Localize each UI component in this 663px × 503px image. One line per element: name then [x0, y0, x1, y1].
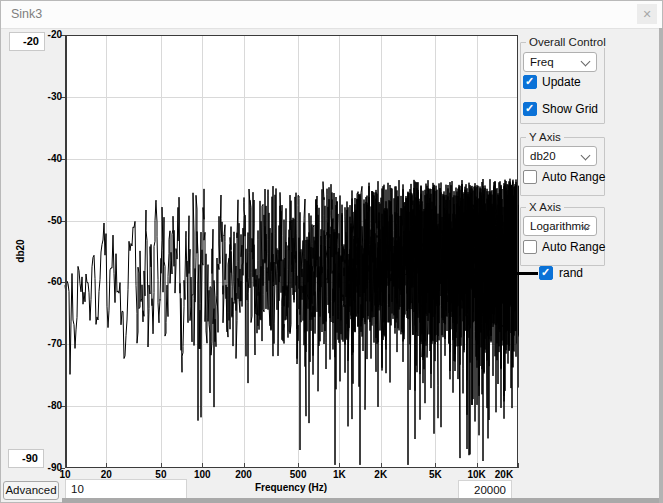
y-max-field[interactable]: -20: [9, 32, 45, 51]
y-tick-label: -40: [28, 153, 62, 164]
chevron-down-icon: [581, 57, 591, 67]
overall-control-dropdown[interactable]: Freq: [523, 52, 597, 72]
y-axis-dropdown-value: db20: [530, 147, 556, 165]
x-max-input[interactable]: [458, 480, 512, 499]
legend-rand-checkbox[interactable]: [539, 266, 553, 280]
y-tick-label: -80: [28, 400, 62, 411]
overall-control-group-label: Overall Control: [526, 36, 609, 48]
window-bottom-edge: [62, 498, 663, 503]
y-axis-group-label: Y Axis: [526, 131, 564, 143]
x-axis-title: Frequency (Hz): [211, 482, 371, 493]
show-grid-checkbox[interactable]: [523, 102, 537, 116]
x-tick-label: 5K: [417, 469, 453, 480]
x-auto-range-checkbox[interactable]: [523, 240, 537, 254]
x-min-input[interactable]: [65, 479, 187, 499]
x-tick-label: 500: [280, 469, 316, 480]
overall-control-dropdown-value: Freq: [530, 53, 554, 71]
update-checkbox-label: Update: [542, 75, 581, 89]
x-tick-label: 20K: [486, 469, 522, 480]
x-axis-dropdown[interactable]: Logarithmic: [523, 216, 597, 236]
y-tick-label: -60: [28, 276, 62, 287]
y-auto-range-checkbox[interactable]: [523, 170, 537, 184]
legend-rand-label: rand: [559, 266, 583, 280]
x-tick-label: 200: [226, 469, 262, 480]
x-tick-label: 1K: [321, 469, 357, 480]
y-tick-label: -30: [28, 91, 62, 102]
chevron-down-icon: [581, 151, 591, 161]
show-grid-checkbox-label: Show Grid: [542, 102, 598, 116]
advanced-button[interactable]: Advanced: [3, 481, 59, 500]
x-tick-label: 100: [184, 469, 220, 480]
y-auto-range-checkbox-label: Auto Range: [542, 170, 605, 184]
x-auto-range-checkbox-label: Auto Range: [542, 240, 605, 254]
y-axis-dropdown[interactable]: db20: [523, 146, 597, 166]
legend-line-sample: [505, 272, 538, 275]
sink-window: Sink3 ✕ -20-30-40-50-60-70-80-9010205010…: [0, 0, 663, 503]
y-min-field[interactable]: -90: [8, 449, 44, 468]
update-checkbox[interactable]: [523, 75, 537, 89]
y-axis-title: db20: [15, 221, 29, 281]
y-tick-label: -50: [28, 215, 62, 226]
x-axis-group-label: X Axis: [526, 201, 564, 213]
x-tick-label: 2K: [363, 469, 399, 480]
y-tick-label: -70: [28, 338, 62, 349]
window-right-edge: [659, 28, 663, 503]
